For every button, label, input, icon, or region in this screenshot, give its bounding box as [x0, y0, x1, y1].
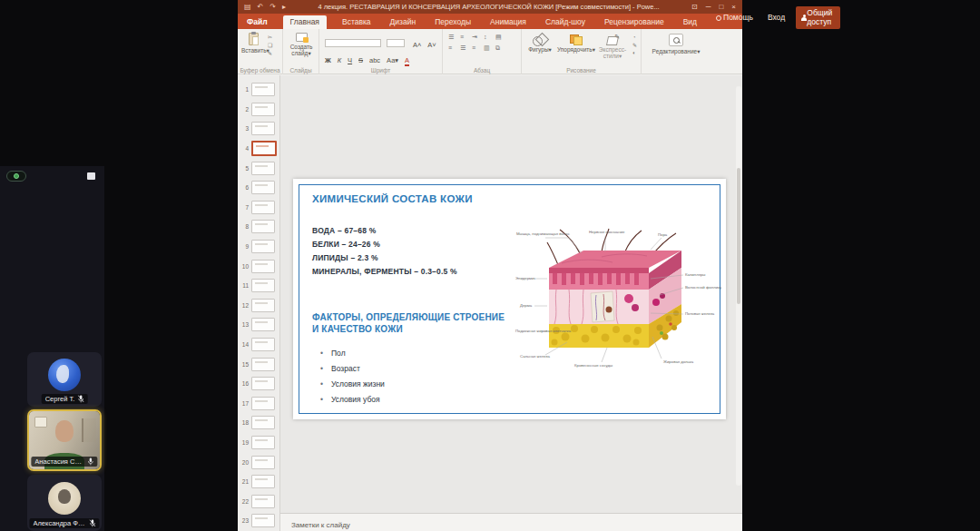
slide-thumbnail[interactable]: 1 — [238, 80, 279, 100]
slide-thumbnail-preview — [251, 240, 275, 253]
change-case-icon[interactable]: Аа▾ — [387, 56, 398, 64]
bullets-icon[interactable]: ☰ — [448, 34, 458, 43]
slide-thumbnail[interactable]: 18 — [238, 413, 279, 433]
slide-thumbnail-preview — [251, 318, 275, 331]
slide-number: 12 — [241, 302, 249, 309]
factors-heading[interactable]: ФАКТОРЫ, ОПРЕДЕЛЯЮЩИЕ СТРОЕНИЕ И КАЧЕСТВ… — [312, 311, 505, 335]
slide-thumbnail[interactable]: 10 — [238, 256, 279, 276]
arrange-button[interactable]: Упорядочить▾ — [556, 34, 596, 53]
ribbon-options-icon[interactable]: ⊡ — [691, 3, 698, 11]
font-name-combobox[interactable] — [325, 39, 381, 47]
align-left-icon[interactable]: ≡ — [448, 44, 458, 54]
group-label: Абзац — [443, 67, 521, 74]
diagram-label-fat-lobule: Жировая долька — [663, 359, 694, 364]
tab-insert[interactable]: Вставка — [338, 15, 375, 29]
slide-thumbnail[interactable]: 9 — [238, 237, 279, 257]
underline-button[interactable]: Ч — [348, 56, 352, 64]
slide-thumbnail[interactable]: 8 — [238, 217, 279, 237]
participant-tile-active-speaker[interactable]: Анастасия Серге — [27, 409, 102, 471]
slide-thumbnail[interactable]: 3 — [238, 119, 279, 139]
shape-outline-icon[interactable]: ✎ — [632, 42, 637, 48]
redo-icon[interactable]: ↷ — [270, 3, 276, 11]
current-slide[interactable]: ХИМИЧЕСКИЙ СОСТАВ КОЖИ ВОДА – 67–68 %БЕЛ… — [293, 179, 726, 419]
slide-thumbnail-preview — [251, 201, 275, 214]
factor-item: Условия жизни — [320, 377, 385, 392]
tab-design[interactable]: Дизайн — [387, 15, 420, 29]
tab-transitions[interactable]: Переходы — [431, 15, 475, 29]
slide-thumbnail[interactable]: 4 — [238, 139, 279, 159]
composition-text[interactable]: ВОДА – 67–68 %БЕЛКИ – 24–26 %ЛИПИДЫ – 2.… — [312, 224, 457, 279]
paste-button[interactable]: Вставить▾ — [241, 33, 265, 54]
tab-home[interactable]: Главная — [283, 15, 327, 29]
indent-icon[interactable]: ⇥ — [472, 34, 482, 43]
factors-list[interactable]: ПолВозрастУсловия жизниУсловия убоя — [320, 346, 385, 408]
tab-slideshow[interactable]: Слайд-шоу — [542, 15, 589, 29]
font-color-button[interactable]: А — [405, 56, 409, 66]
slide-thumbnail[interactable]: 12 — [238, 296, 279, 316]
slide-number: 11 — [241, 282, 249, 289]
tab-file[interactable]: Файл — [243, 15, 271, 29]
slide-number: 4 — [241, 145, 249, 152]
shapes-button[interactable]: Фигуры▾ — [525, 34, 554, 53]
minimize-button[interactable]: ─ — [706, 3, 711, 11]
slide-thumbnail[interactable]: 2 — [238, 100, 279, 120]
slide-thumbnail[interactable]: 17 — [238, 394, 279, 414]
slide-thumbnail[interactable]: 7 — [238, 198, 279, 218]
shape-effects-icon[interactable]: ◐ — [632, 50, 637, 55]
editing-button[interactable]: Редактирование▾ — [647, 34, 705, 54]
slide-thumbnail[interactable]: 22 — [238, 491, 279, 511]
quick-styles-button[interactable]: Экспресс-стили▾ — [596, 34, 629, 59]
numbering-icon[interactable]: ≡ — [460, 34, 470, 43]
tab-view[interactable]: Вид — [680, 15, 701, 29]
factor-item: Пол — [320, 346, 385, 361]
tab-review[interactable]: Рецензирование — [601, 15, 668, 29]
slide-thumbnail[interactable]: 14 — [238, 335, 279, 355]
slide-thumbnail[interactable]: 5 — [238, 158, 279, 178]
slide-thumbnail[interactable]: 21 — [238, 472, 279, 492]
line-spacing-icon[interactable]: ↕ — [484, 34, 494, 43]
slide-thumbnail[interactable]: 6 — [238, 178, 279, 198]
participant-tile[interactable]: Сергей Т. — [27, 352, 102, 407]
bold-button[interactable]: Ж — [325, 56, 331, 64]
tab-help[interactable]: Помощь — [712, 11, 757, 25]
text-direction-icon[interactable]: ▤ — [495, 34, 505, 43]
slide-thumbnail-preview — [251, 456, 275, 469]
slide-thumbnail[interactable]: 16 — [238, 374, 279, 394]
new-slide-button[interactable]: Создать слайд▾ — [286, 33, 317, 56]
character-spacing-icon[interactable]: abc — [369, 56, 380, 64]
panel-layout-icon[interactable] — [87, 172, 95, 180]
increase-font-icon[interactable]: А˄ — [413, 41, 421, 49]
save-icon[interactable]: ▤ — [244, 3, 251, 11]
align-right-icon[interactable]: ≡ — [472, 44, 482, 54]
undo-icon[interactable]: ↶ — [258, 3, 264, 11]
composition-line: БЕЛКИ – 24–26 % — [312, 238, 457, 251]
slide-title[interactable]: ХИМИЧЕСКИЙ СОСТАВ КОЖИ — [312, 193, 473, 204]
slide-thumbnail[interactable]: 19 — [238, 433, 279, 453]
slide-thumbnail[interactable]: 20 — [238, 452, 279, 472]
tab-animations[interactable]: Анимация — [486, 15, 530, 29]
smartart-icon[interactable]: ⧉ — [495, 44, 505, 54]
italic-button[interactable]: К — [338, 56, 341, 64]
canvas-scrollbar[interactable] — [736, 86, 741, 486]
slide-thumbnail[interactable]: 13 — [238, 315, 279, 335]
font-size-combobox[interactable] — [387, 39, 405, 47]
align-center-icon[interactable]: ☰ — [460, 44, 470, 54]
ppt-titlebar: ▤ ↶ ↷ ▸ 4 лекция. РЕСТАВРАЦИЯ И КОНСЕРВА… — [238, 0, 742, 14]
cut-icon[interactable]: ✂ — [268, 34, 272, 40]
notes-bar[interactable]: Заметки к слайду — [280, 513, 742, 531]
share-button[interactable]: Общий доступ — [796, 6, 840, 29]
slide-thumbnail[interactable]: 15 — [238, 354, 279, 374]
participant-tile[interactable]: Александра Фара... — [27, 475, 102, 531]
slide-thumbnail[interactable]: 23 — [238, 511, 279, 531]
decrease-font-icon[interactable]: А˅ — [427, 41, 436, 49]
format-painter-icon[interactable]: ✎ — [268, 50, 272, 56]
copy-icon[interactable]: ❏ — [268, 42, 272, 48]
factor-item: Условия убоя — [320, 392, 385, 408]
strikethrough-button[interactable]: S — [358, 56, 363, 64]
diagram-label-follicle: Волосяной фолликул — [685, 285, 721, 290]
shape-fill-icon[interactable]: ◔ — [632, 34, 637, 40]
slide-thumbnail[interactable]: 11 — [238, 276, 279, 296]
sign-in-button[interactable]: Вход — [764, 11, 789, 25]
meeting-status-indicator — [6, 171, 26, 182]
columns-icon[interactable]: ▥ — [484, 44, 494, 54]
